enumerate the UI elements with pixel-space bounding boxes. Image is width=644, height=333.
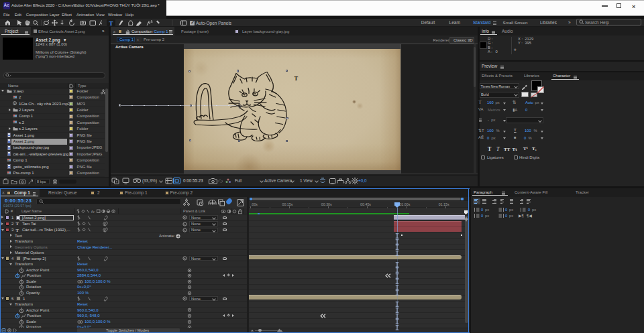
svg-text:fx: fx — [91, 210, 95, 214]
